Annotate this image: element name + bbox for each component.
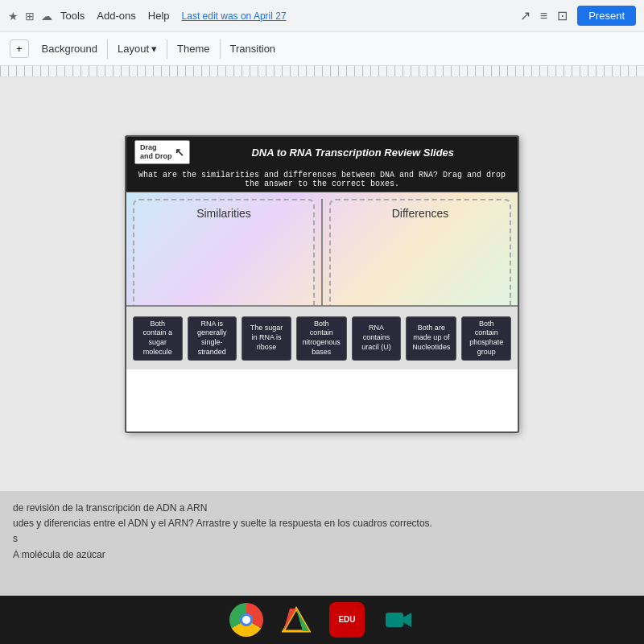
bottom-line-4: A molécula de azúcar	[13, 547, 631, 563]
top-bar-icons: ★ ⊞ ☁	[8, 10, 52, 23]
cloud-icon[interactable]: ☁	[41, 10, 52, 23]
answer-card-1[interactable]: RNA is generally single-stranded	[188, 316, 237, 361]
drive-icon[interactable]	[279, 603, 313, 637]
similarities-label: Similarities	[196, 207, 251, 220]
folder-icon[interactable]: ⊞	[25, 10, 35, 23]
toolbar: + Background Layout ▾ Theme Transition	[0, 32, 644, 66]
cursor-icon: ↖	[175, 146, 184, 159]
bottom-text-area: de revisión de la transcripción de ADN a…	[0, 491, 644, 596]
menu-tools[interactable]: Tools	[60, 10, 85, 22]
answer-card-3-text: Both contain nitrogenous bases	[303, 320, 341, 357]
answer-card-1-text: RNA is generally single-stranded	[194, 320, 231, 357]
slide-body: Similarities Differences Both contain a …	[126, 192, 518, 369]
transition-button[interactable]: Transition	[222, 39, 284, 58]
answer-row: Both contain a sugar molecule RNA is gen…	[126, 305, 518, 369]
bottom-line-1: de revisión de la transcripción de ADN a…	[13, 501, 631, 516]
toolbar-separator-1	[107, 39, 108, 59]
answer-card-2[interactable]: The sugar in RNA is ribose	[242, 316, 291, 361]
answer-card-0[interactable]: Both contain a sugar molecule	[133, 316, 183, 361]
main-area: Dragand Drop ↖ DNA to RNA Transcription …	[0, 77, 644, 491]
answer-card-4[interactable]: RNA contains uracil (U)	[352, 316, 402, 361]
last-edit-label: Last edit was on April 27	[182, 10, 287, 22]
answer-card-4-text: RNA contains uracil (U)	[358, 324, 395, 352]
toolbar-separator-2	[167, 39, 167, 59]
slide-header: Dragand Drop ↖ DNA to RNA Transcription …	[126, 137, 518, 167]
top-bar: ★ ⊞ ☁ Tools Add-ons Help Last edit was o…	[0, 0, 644, 32]
comments-icon[interactable]: ≡	[540, 9, 547, 23]
menu-bar: Tools Add-ons Help Last edit was on Apri…	[60, 10, 287, 22]
differences-label: Differences	[392, 207, 449, 220]
menu-help[interactable]: Help	[148, 10, 170, 22]
answer-card-3[interactable]: Both contain nitrogenous bases	[296, 316, 347, 361]
bottom-line-3: s	[13, 531, 631, 547]
drag-drop-label[interactable]: Dragand Drop ↖	[134, 140, 190, 164]
theme-button[interactable]: Theme	[169, 39, 217, 58]
answer-card-0-text: Both contain a sugar molecule	[139, 320, 176, 357]
top-bar-right: ↗ ≡ ⊡ Present	[520, 6, 636, 26]
menu-addons[interactable]: Add-ons	[97, 10, 135, 22]
add-slide-button[interactable]: +	[10, 39, 29, 58]
answer-card-2-text: The sugar in RNA is ribose	[248, 324, 285, 352]
present-label: Present	[588, 10, 625, 22]
education-icon[interactable]: EDU	[329, 602, 365, 638]
chrome-icon[interactable]	[229, 603, 263, 637]
layout-label: Layout	[118, 43, 149, 55]
background-button[interactable]: Background	[34, 39, 105, 58]
layout-button[interactable]: Layout ▾	[109, 39, 165, 58]
ruler	[0, 66, 644, 77]
toolbar-separator-3	[220, 39, 221, 59]
answer-card-5-text: Both are made up of Nucleotides	[412, 324, 450, 352]
svg-marker-6	[403, 613, 411, 627]
slide: Dragand Drop ↖ DNA to RNA Transcription …	[125, 135, 519, 433]
trending-icon[interactable]: ↗	[520, 8, 530, 23]
top-bar-left: ★ ⊞ ☁ Tools Add-ons Help Last edit was o…	[8, 10, 287, 23]
meet-icon[interactable]	[381, 603, 415, 637]
star-icon[interactable]: ★	[8, 10, 19, 23]
slide-title: DNA to RNA Transcription Review Slides	[196, 147, 510, 159]
answer-card-5[interactable]: Both are made up of Nucleotides	[406, 316, 456, 361]
present-icon[interactable]: ⊡	[557, 8, 568, 23]
taskbar: EDU	[0, 596, 644, 644]
bottom-text: de revisión de la transcripción de ADN a…	[13, 501, 631, 563]
svg-rect-5	[386, 613, 403, 627]
slide-subtitle: What are the similarities and difference…	[126, 167, 518, 192]
answer-card-6[interactable]: Both contain phosphate group	[461, 316, 511, 361]
answer-card-6-text: Both contain phosphate group	[468, 320, 505, 357]
bottom-line-2: udes y diferencias entre el ADN y el ARN…	[13, 516, 631, 531]
drag-drop-text: Dragand Drop	[140, 143, 172, 161]
layout-chevron-icon: ▾	[151, 43, 157, 55]
present-button[interactable]: Present	[577, 6, 636, 26]
